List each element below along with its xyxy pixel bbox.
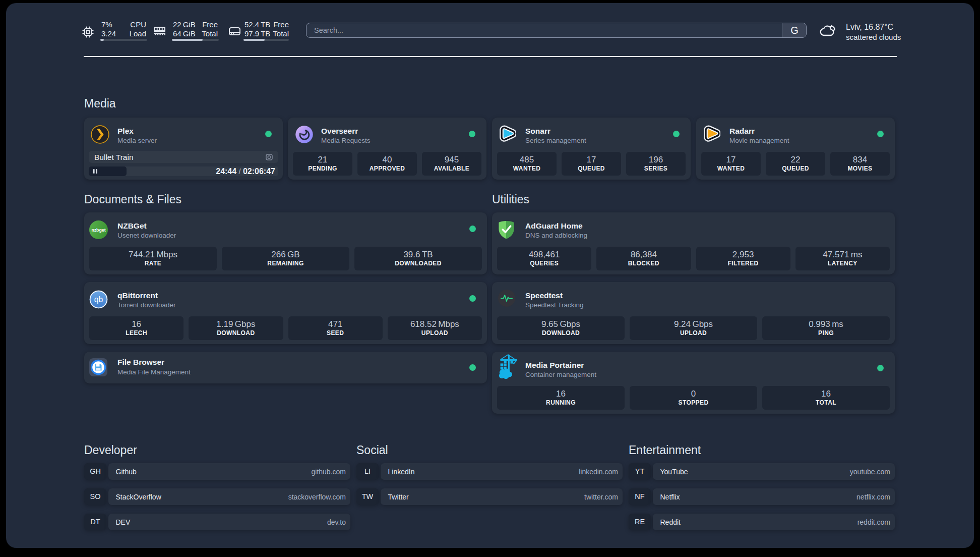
svg-text:nzbget: nzbget <box>91 228 105 233</box>
svg-text:qb: qb <box>94 295 103 304</box>
